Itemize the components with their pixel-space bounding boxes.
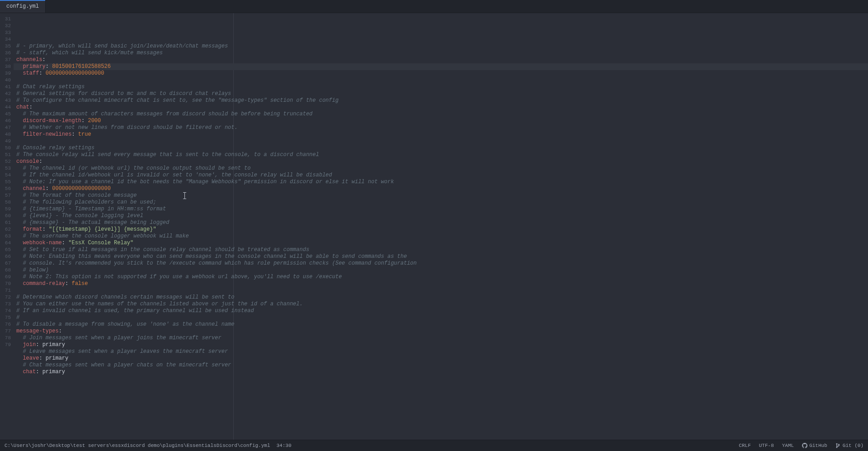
code-line[interactable]: # {level} - The console logging level: [14, 213, 868, 219]
code-line[interactable]: # You can either use the names of the ch…: [14, 301, 868, 308]
code-line[interactable]: chat:: [14, 104, 868, 111]
line-number: 66: [0, 253, 14, 260]
code-line[interactable]: filter-newlines: true: [14, 131, 868, 138]
line-number: 36: [0, 50, 14, 57]
code-line[interactable]: # The maximum amount of characters messa…: [14, 111, 868, 118]
line-number: 34: [0, 36, 14, 43]
status-github[interactable]: GitHub: [802, 443, 827, 448]
code-line[interactable]: channels:: [14, 57, 868, 63]
tab-config-yml[interactable]: config.yml: [0, 0, 46, 13]
line-number: 60: [0, 213, 14, 219]
code-line[interactable]: # The following placeholders can be used…: [14, 199, 868, 206]
line-number: 57: [0, 192, 14, 199]
code-line[interactable]: # Whether or not new lines from discord …: [14, 124, 868, 131]
status-file-path[interactable]: C:\Users\joshr\Desktop\test servers\essx…: [5, 443, 270, 448]
line-number: 59: [0, 206, 14, 213]
code-line[interactable]: # If the channel id/webhook url is inval…: [14, 172, 868, 179]
code-line[interactable]: # Chat relay settings: [14, 84, 868, 90]
line-number: 53: [0, 165, 14, 172]
code-line[interactable]: [14, 287, 868, 294]
code-line[interactable]: # Console relay settings: [14, 145, 868, 152]
code-line[interactable]: [14, 77, 868, 84]
code-line[interactable]: # below): [14, 267, 868, 274]
code-line[interactable]: # Note: If you use a channel id the bot …: [14, 179, 868, 185]
line-number: 64: [0, 240, 14, 247]
line-number: 32: [0, 23, 14, 29]
line-number: 43: [0, 97, 14, 104]
code-line[interactable]: # - staff, which will send kick/mute mes…: [14, 50, 868, 57]
code-line[interactable]: chat: primary: [14, 369, 868, 375]
code-line[interactable]: # {message} - The actual message being l…: [14, 219, 868, 226]
line-number: 74: [0, 308, 14, 314]
code-line[interactable]: join: primary: [14, 342, 868, 348]
line-number: 45: [0, 111, 14, 118]
code-line[interactable]: # Set to true if all messages in the con…: [14, 247, 868, 253]
code-line[interactable]: leave: primary: [14, 355, 868, 362]
text-cursor: [184, 192, 185, 199]
line-number: 79: [0, 342, 14, 348]
code-line[interactable]: # Chat messages sent when a player chats…: [14, 362, 868, 369]
status-eol[interactable]: CRLF: [739, 443, 750, 448]
code-line[interactable]: # The username the console logger webhoo…: [14, 233, 868, 240]
line-number: 65: [0, 247, 14, 253]
tab-title: config.yml: [6, 3, 39, 9]
line-number: 76: [0, 321, 14, 328]
code-line[interactable]: format: "[{timestamp} {level}] {message}…: [14, 226, 868, 233]
code-line[interactable]: message-types:: [14, 328, 868, 335]
line-number: 78: [0, 335, 14, 342]
status-git[interactable]: Git (0): [835, 443, 863, 448]
line-number: 41: [0, 84, 14, 90]
code-line[interactable]: # Note: Enabling this means everyone who…: [14, 253, 868, 260]
code-line[interactable]: webhook-name: "EssX Console Relay": [14, 240, 868, 247]
status-lang[interactable]: YAML: [782, 443, 794, 448]
line-number: 73: [0, 301, 14, 308]
status-bar: C:\Users\joshr\Desktop\test servers\essx…: [0, 440, 868, 451]
line-number: 72: [0, 294, 14, 301]
status-encoding[interactable]: UTF-8: [759, 443, 774, 448]
line-number: 69: [0, 274, 14, 280]
code-line[interactable]: # The format of the console message: [14, 192, 868, 199]
tab-bar: config.yml: [0, 0, 868, 13]
code-line[interactable]: # - primary, which will send basic join/…: [14, 43, 868, 50]
line-number: 40: [0, 77, 14, 84]
code-line[interactable]: # Join messages sent when a player joins…: [14, 335, 868, 342]
code-line[interactable]: # If an invalid channel is used, the pri…: [14, 308, 868, 314]
line-number: 67: [0, 260, 14, 267]
code-line[interactable]: discord-max-length: 2000: [14, 118, 868, 124]
line-number: 42: [0, 90, 14, 97]
status-cursor-position[interactable]: 34:30: [277, 443, 292, 448]
line-number: 50: [0, 145, 14, 152]
code-line[interactable]: staff: 000000000000000000: [14, 70, 868, 77]
code-line[interactable]: # General settings for discord to mc and…: [14, 90, 868, 97]
code-line[interactable]: #: [14, 314, 868, 321]
line-number: 51: [0, 152, 14, 158]
code-line[interactable]: # The console relay will send every mess…: [14, 152, 868, 158]
line-number: 75: [0, 314, 14, 321]
line-number: 70: [0, 280, 14, 287]
code-line[interactable]: primary: 801500176102588526: [14, 63, 868, 70]
code-line[interactable]: console:: [14, 158, 868, 165]
code-line[interactable]: # {timestamp} - Timestamp in HH:mm:ss fo…: [14, 206, 868, 213]
code-area[interactable]: # - primary, which will send basic join/…: [14, 13, 868, 440]
code-line[interactable]: # To configure the channel minecraft cha…: [14, 97, 868, 104]
line-number: 58: [0, 199, 14, 206]
line-number: 47: [0, 124, 14, 131]
line-number: 62: [0, 226, 14, 233]
code-line[interactable]: # The channel id (or webhook url) the co…: [14, 165, 868, 172]
line-number: 63: [0, 233, 14, 240]
code-line[interactable]: # Determine which discord channels certa…: [14, 294, 868, 301]
code-line[interactable]: # To disable a message from showing, use…: [14, 321, 868, 328]
code-line[interactable]: # Leave messages sent when a player leav…: [14, 348, 868, 355]
line-number: 52: [0, 158, 14, 165]
code-line[interactable]: [14, 138, 868, 145]
code-line[interactable]: command-relay: false: [14, 280, 868, 287]
editor[interactable]: 3132333435363738394041424344454647484950…: [0, 13, 868, 440]
code-line[interactable]: channel: 000000000000000000: [14, 185, 868, 192]
code-line[interactable]: # console. It's recommended you stick to…: [14, 260, 868, 267]
line-number: 54: [0, 172, 14, 179]
line-number: 49: [0, 138, 14, 145]
github-icon: [802, 443, 807, 448]
code-line[interactable]: # Note 2: This option is not supported i…: [14, 274, 868, 280]
line-number-gutter: 3132333435363738394041424344454647484950…: [0, 13, 14, 440]
line-number: 33: [0, 29, 14, 36]
